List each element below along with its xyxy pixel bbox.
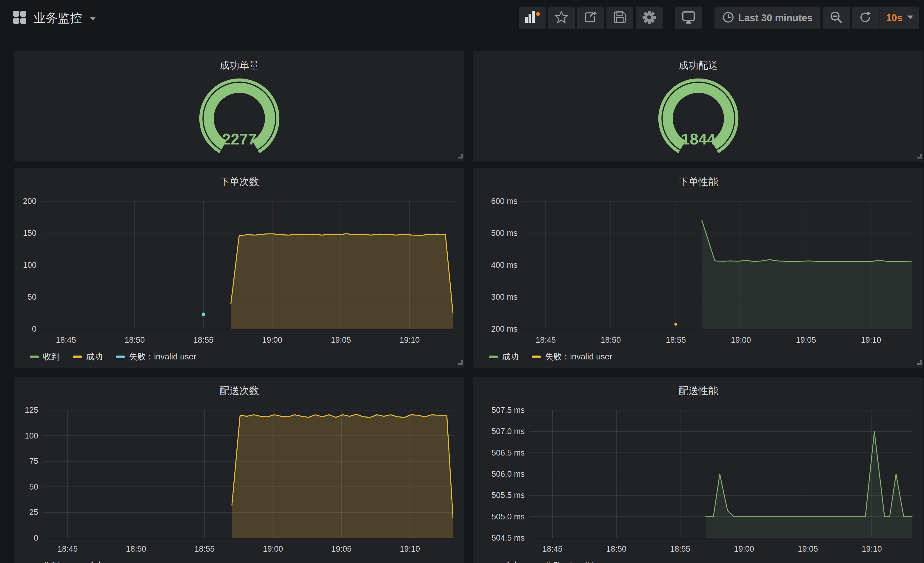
svg-text:504.5 ms: 504.5 ms (492, 533, 525, 542)
svg-text:19:00: 19:00 (734, 545, 754, 554)
svg-text:18:45: 18:45 (58, 545, 78, 554)
svg-text:18:55: 18:55 (194, 336, 214, 344)
legend-item[interactable]: 失败：invalid user (532, 560, 612, 563)
legend-series-color (73, 356, 82, 358)
resize-handle-icon[interactable] (458, 360, 463, 366)
dashboard-grid-area: 成功单量 2277 成功配送 1844 (0, 0, 924, 563)
gauge-value: 1844 (681, 131, 716, 148)
chart-legend: 收到成功失败：invalid user (18, 351, 461, 362)
delivery-performance-chart[interactable]: 504.5 ms505.0 ms505.5 ms506.0 ms506.5 ms… (477, 405, 920, 556)
svg-text:100: 100 (25, 431, 38, 440)
legend-series-label: 成功 (502, 560, 519, 563)
grafana-dashboard: 业务监控 (0, 0, 924, 563)
svg-text:400 ms: 400 ms (491, 261, 518, 270)
svg-text:100: 100 (23, 261, 36, 270)
svg-text:507.0 ms: 507.0 ms (492, 427, 525, 436)
svg-text:18:50: 18:50 (601, 336, 621, 344)
legend-item[interactable]: 收到 (30, 560, 60, 563)
chart-legend: 成功失败：invalid user (477, 351, 920, 362)
chart-legend: 收到成功 (18, 560, 461, 563)
svg-text:19:10: 19:10 (400, 545, 420, 554)
resize-handle-icon[interactable] (917, 360, 922, 366)
svg-text:19:05: 19:05 (331, 336, 351, 344)
chart-body: 025507510012518:4518:5018:5519:0019:0519… (14, 405, 464, 563)
panel-title[interactable]: 配送次数 (14, 384, 464, 398)
panel-title[interactable]: 成功单量 (14, 59, 464, 72)
legend-item[interactable]: 成功 (73, 351, 103, 362)
gauge: 1844 (473, 77, 923, 155)
gauge: 2277 (14, 77, 464, 155)
panel-success-orders: 成功单量 2277 (14, 51, 464, 162)
gauge-value: 2277 (222, 131, 256, 148)
legend-series-label: 失败：invalid user (129, 351, 196, 362)
svg-text:18:50: 18:50 (124, 336, 145, 344)
chart-body: 200 ms300 ms400 ms500 ms600 ms18:4518:50… (473, 197, 923, 362)
svg-text:600 ms: 600 ms (491, 197, 518, 206)
svg-text:19:05: 19:05 (331, 545, 352, 554)
panel-title[interactable]: 下单性能 (473, 175, 923, 189)
svg-text:200: 200 (23, 197, 36, 206)
legend-item[interactable]: 成功 (73, 560, 103, 563)
legend-series-label: 失败：invalid user (545, 351, 612, 362)
svg-text:19:00: 19:00 (263, 545, 283, 554)
panel-title[interactable]: 配送性能 (473, 384, 923, 398)
legend-series-color (489, 356, 498, 358)
svg-text:507.5 ms: 507.5 ms (492, 406, 525, 414)
svg-text:50: 50 (27, 293, 36, 302)
svg-text:19:10: 19:10 (862, 545, 882, 554)
legend-item[interactable]: 失败：invalid user (532, 351, 612, 362)
panel-order-count: 下单次数 05010015020018:4518:5018:5519:0019:… (14, 168, 464, 368)
legend-series-label: 收到 (43, 351, 60, 362)
panel-title[interactable]: 成功配送 (473, 59, 923, 72)
legend-series-label: 失败：invalid user (545, 560, 612, 563)
svg-text:506.5 ms: 506.5 ms (492, 448, 525, 457)
svg-text:25: 25 (29, 508, 38, 517)
svg-text:19:10: 19:10 (400, 336, 420, 344)
svg-text:506.0 ms: 506.0 ms (492, 470, 525, 479)
chart-legend: 成功失败：invalid user (477, 560, 920, 563)
svg-text:18:45: 18:45 (542, 545, 562, 554)
svg-text:19:05: 19:05 (796, 336, 816, 344)
svg-text:19:05: 19:05 (798, 545, 818, 554)
chart-body: 05010015020018:4518:5018:5519:0019:0519:… (14, 197, 464, 362)
svg-text:50: 50 (29, 482, 38, 491)
svg-text:19:00: 19:00 (731, 336, 751, 344)
panel-delivery-count: 配送次数 025507510012518:4518:5018:5519:0019… (14, 377, 464, 563)
svg-text:200 ms: 200 ms (491, 324, 518, 333)
svg-text:18:55: 18:55 (670, 545, 690, 554)
order-count-chart[interactable]: 05010015020018:4518:5018:5519:0019:0519:… (18, 197, 461, 347)
legend-item[interactable]: 失败：invalid user (116, 351, 196, 362)
svg-text:19:00: 19:00 (262, 336, 282, 344)
legend-series-color (116, 356, 125, 358)
panel-title[interactable]: 下单次数 (14, 175, 464, 189)
svg-text:500 ms: 500 ms (491, 229, 518, 238)
svg-text:125: 125 (25, 406, 38, 414)
svg-text:18:50: 18:50 (126, 545, 146, 554)
legend-series-label: 成功 (502, 351, 519, 362)
svg-text:18:45: 18:45 (536, 336, 556, 344)
legend-series-label: 成功 (86, 351, 103, 362)
order-performance-chart[interactable]: 200 ms300 ms400 ms500 ms600 ms18:4518:50… (477, 197, 920, 347)
svg-text:18:50: 18:50 (606, 545, 627, 554)
svg-text:18:55: 18:55 (666, 336, 686, 344)
legend-series-color (30, 356, 39, 358)
svg-text:505.0 ms: 505.0 ms (492, 512, 525, 521)
svg-text:19:10: 19:10 (861, 336, 881, 344)
legend-item[interactable]: 收到 (30, 351, 60, 362)
panel-order-performance: 下单性能 200 ms300 ms400 ms500 ms600 ms18:45… (473, 168, 923, 368)
delivery-count-chart[interactable]: 025507510012518:4518:5018:5519:0019:0519… (18, 405, 461, 556)
legend-item[interactable]: 成功 (489, 351, 519, 362)
svg-text:150: 150 (23, 229, 36, 238)
resize-handle-icon[interactable] (458, 154, 463, 160)
svg-text:300 ms: 300 ms (491, 293, 518, 302)
legend-item[interactable]: 成功 (489, 560, 519, 563)
svg-text:0: 0 (34, 533, 38, 542)
chart-body: 504.5 ms505.0 ms505.5 ms506.0 ms506.5 ms… (473, 405, 923, 563)
panel-delivery-performance: 配送性能 504.5 ms505.0 ms505.5 ms506.0 ms506… (473, 377, 923, 563)
svg-text:18:55: 18:55 (194, 545, 214, 554)
svg-text:75: 75 (29, 457, 38, 466)
resize-handle-icon[interactable] (917, 154, 922, 160)
legend-series-color (532, 356, 541, 358)
svg-text:0: 0 (32, 324, 36, 333)
svg-text:18:45: 18:45 (56, 336, 76, 344)
